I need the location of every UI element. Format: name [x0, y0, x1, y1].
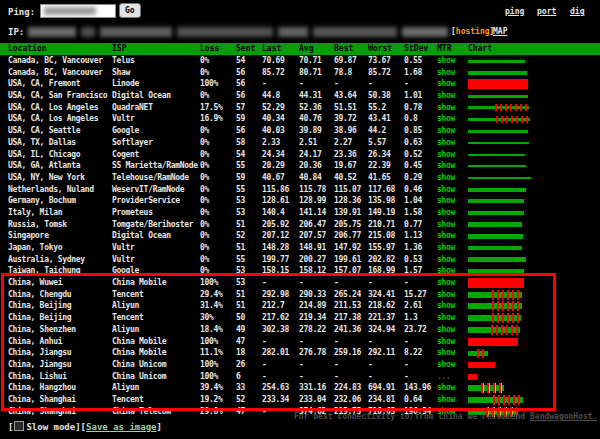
cell-sent: 55: [236, 254, 245, 266]
chart-bar: [468, 118, 530, 121]
mtr-show-link[interactable]: show: [437, 219, 455, 231]
mtr-show-link[interactable]: show: [437, 113, 455, 125]
ad-link-bandwagonhost[interactable]: BandwagonHost.: [530, 412, 597, 421]
cell-location: USA, CA, San Francisco: [8, 90, 107, 102]
cell-location: USA, CA, Seattle: [8, 125, 80, 137]
cell-location: Germany, Bochum: [8, 195, 76, 207]
cell-last: 20.29: [262, 160, 285, 172]
cell-loss: 0%: [200, 67, 209, 79]
cell-stdev: 0.55: [404, 55, 422, 67]
table-row: USA, GA, AtlantaSS Marietta/RamNode0%552…: [0, 160, 600, 172]
cell-worst: 26.34: [368, 149, 391, 161]
cell-location: USA, CA, Fremont: [8, 78, 80, 90]
mtr-show-link[interactable]: show: [437, 137, 455, 149]
cell-loss: 0%: [200, 219, 209, 231]
slow-mode-label: Slow mode: [26, 422, 75, 432]
cell-avg: 207.57: [299, 230, 326, 242]
table-row: USA, TX, DallasSoftlayer0%582.332.512.27…: [0, 137, 600, 149]
slow-mode-checkbox[interactable]: [14, 421, 24, 431]
mtr-show-link[interactable]: show: [437, 160, 455, 172]
chart-bar: [468, 211, 524, 215]
cell-stdev: 0.77: [404, 219, 422, 231]
ad-text: For best connectivity to/from china we r…: [294, 412, 525, 421]
cell-last: 44.8: [262, 90, 280, 102]
nav-link-dig[interactable]: dig: [570, 7, 584, 16]
cell-location: USA, CA, Los Angeles: [8, 113, 98, 125]
mtr-show-link[interactable]: show: [437, 90, 455, 102]
col-loss: Loss: [200, 44, 219, 53]
cell-best: 43.64: [334, 90, 357, 102]
mtr-show-link[interactable]: show: [437, 55, 455, 67]
save-as-image-link[interactable]: Save as image: [86, 422, 156, 432]
cell-worst: 22.39: [368, 160, 391, 172]
mtr-show-link[interactable]: show: [437, 184, 455, 196]
cell-stdev: 0.46: [404, 184, 422, 196]
china-highlight-box: [1, 273, 556, 411]
cell-sent: 55: [236, 160, 245, 172]
cell-loss: 0%: [200, 55, 209, 67]
map-link[interactable]: MAP: [493, 27, 507, 36]
cell-sent: 59: [236, 172, 245, 184]
mtr-show-link[interactable]: show: [437, 149, 455, 161]
cell-worst: -: [368, 78, 373, 90]
cell-worst: 5.57: [368, 137, 386, 149]
cell-stdev: 1.01: [404, 90, 422, 102]
go-button[interactable]: Go: [119, 3, 141, 18]
cell-sent: 56: [236, 67, 245, 79]
cell-stdev: 0.52: [404, 149, 422, 161]
chart-bar: [468, 79, 528, 89]
cell-best: 23.36: [334, 149, 357, 161]
mtr-show-link[interactable]: show: [437, 230, 455, 242]
cell-last: 205.92: [262, 219, 289, 231]
mtr-show-link[interactable]: show: [437, 195, 455, 207]
cell-location: USA, IL, Chicago: [8, 149, 80, 161]
cell-isp: ProviderService: [112, 195, 180, 207]
cell-best: 39.72: [334, 113, 357, 125]
table-row: Canada, BC, VancouverShaw0%5685.7280.717…: [0, 67, 600, 79]
cell-avg: 44.31: [299, 90, 322, 102]
mtr-show-link[interactable]: show: [437, 102, 455, 114]
ping-input[interactable]: [40, 4, 116, 18]
cell-stdev: 1.36: [404, 242, 422, 254]
table-row: USA, CA, Los AngelesQuadraNET17.5%5752.2…: [0, 102, 600, 114]
cell-worst: 44.2: [368, 125, 386, 137]
bracket: ][: [75, 422, 86, 432]
cell-best: 2.27: [334, 137, 352, 149]
cell-location: USA, TX, Dallas: [8, 137, 76, 149]
nav-link-ping[interactable]: ping: [505, 7, 524, 16]
cell-sent: 52: [236, 230, 245, 242]
nav-link-port[interactable]: port: [537, 7, 556, 16]
cell-best: 38.96: [334, 125, 357, 137]
mtr-show-link[interactable]: show: [437, 78, 455, 90]
mtr-show-link[interactable]: show: [437, 207, 455, 219]
cell-location: USA, NY, New York: [8, 172, 85, 184]
cell-loss: 0%: [200, 172, 209, 184]
cell-avg: 200.27: [299, 254, 326, 266]
redacted-block: [81, 27, 95, 37]
cell-best: 128.36: [334, 195, 361, 207]
cell-isp: QuadraNET: [112, 102, 153, 114]
mtr-show-link[interactable]: show: [437, 67, 455, 79]
cell-last: 140.4: [262, 207, 285, 219]
mtr-show-link[interactable]: show: [437, 125, 455, 137]
chart-bar: [468, 234, 523, 239]
cell-best: 19.67: [334, 160, 357, 172]
table-row: Japan, TokyoVultr0%51148.28148.91147.921…: [0, 242, 600, 254]
mtr-show-link[interactable]: show: [437, 172, 455, 184]
cell-sent: 51: [236, 219, 245, 231]
redacted-block: [278, 27, 308, 37]
redacted-block: [313, 27, 397, 37]
cell-last: 128.61: [262, 195, 289, 207]
cell-location: Canada, BC, Vancouver: [8, 67, 103, 79]
mtr-show-link[interactable]: show: [437, 254, 455, 266]
bracket: ]: [157, 422, 162, 432]
cell-stdev: 1.04: [404, 195, 422, 207]
col-avg: Avg: [299, 44, 313, 53]
cell-loss: 0%: [200, 184, 209, 196]
table-row: Italy, MilanPrometeus0%53140.4141.14139.…: [0, 207, 600, 219]
cell-location: Italy, Milan: [8, 207, 62, 219]
mtr-show-link[interactable]: show: [437, 242, 455, 254]
chart-bar: [468, 106, 529, 109]
redacted-block: [28, 27, 76, 37]
cell-isp: Vultr: [112, 254, 135, 266]
